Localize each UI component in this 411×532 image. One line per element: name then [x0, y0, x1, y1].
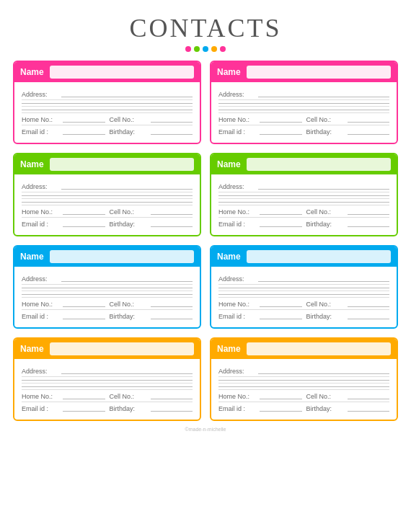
- name-input-bar[interactable]: [50, 250, 194, 263]
- address-row-3: [218, 291, 389, 298]
- card-header: Name: [14, 247, 200, 267]
- birthday-label: Birthday:: [110, 313, 149, 320]
- contact-card: Name Address: Home No.:: [210, 153, 398, 236]
- name-label: Name: [20, 344, 44, 354]
- address-row-2: [218, 377, 389, 384]
- address-label: Address:: [22, 275, 61, 283]
- address-row-3: [22, 199, 193, 205]
- address-row-1: Address:: [22, 272, 193, 285]
- name-input-bar[interactable]: [50, 342, 194, 355]
- email-birthday-row: Email id : Birthday:: [218, 310, 389, 322]
- phone-row: Home No.: Cell No.:: [218, 298, 389, 310]
- home-label: Home No.:: [218, 301, 258, 308]
- name-label: Name: [20, 252, 44, 262]
- card-header: Name: [211, 339, 397, 359]
- home-label: Home No.:: [218, 116, 258, 123]
- name-input-bar[interactable]: [247, 342, 391, 355]
- email-label: Email id :: [218, 128, 258, 136]
- email-birthday-row: Email id : Birthday:: [22, 125, 193, 137]
- address-row-1: Address:: [218, 180, 389, 192]
- card-body: Address: Home No.: Cell No.:: [14, 82, 200, 143]
- color-dot: [194, 46, 200, 52]
- home-label: Home No.:: [22, 301, 61, 308]
- contact-card: Name Address: Home No.:: [210, 245, 398, 329]
- email-birthday-row: Email id : Birthday:: [22, 218, 193, 229]
- address-row-2: [22, 192, 193, 199]
- phone-row: Home No.: Cell No.:: [218, 205, 389, 218]
- color-dot: [185, 46, 191, 52]
- address-row-3: [218, 384, 389, 390]
- birthday-label: Birthday:: [306, 313, 346, 320]
- home-label: Home No.:: [22, 208, 61, 216]
- phone-row: Home No.: Cell No.:: [22, 113, 193, 125]
- address-row-3: [22, 384, 193, 390]
- card-body: Address: Home No.: Cell No.:: [211, 359, 397, 420]
- contact-card: Name Address: Home No.:: [210, 61, 398, 144]
- phone-row: Home No.: Cell No.:: [22, 205, 193, 218]
- address-row-1: Address:: [218, 365, 389, 377]
- card-body: Address: Home No.: Cell No.:: [211, 267, 397, 327]
- address-label: Address:: [218, 275, 258, 283]
- email-label: Email id :: [218, 405, 258, 412]
- page-title: Contacts: [129, 13, 281, 43]
- email-label: Email id :: [22, 128, 61, 136]
- cards-grid: Name Address: Home No.:: [13, 61, 398, 421]
- address-row-2: [22, 285, 193, 291]
- address-row-1: Address:: [22, 180, 193, 192]
- birthday-label: Birthday:: [306, 128, 346, 136]
- color-dot: [220, 46, 226, 52]
- address-label: Address:: [218, 91, 258, 98]
- address-row-2: [22, 100, 193, 107]
- address-row-3: [22, 291, 193, 298]
- contact-card: Name Address: Home No.:: [210, 337, 398, 421]
- address-row-3: [22, 107, 193, 113]
- card-header: Name: [14, 339, 200, 359]
- email-birthday-row: Email id : Birthday:: [218, 402, 389, 414]
- address-row-2: [218, 285, 389, 291]
- name-input-bar[interactable]: [50, 158, 194, 171]
- name-input-bar[interactable]: [50, 66, 194, 79]
- email-birthday-row: Email id : Birthday:: [218, 125, 389, 137]
- address-row-2: [218, 192, 389, 199]
- card-body: Address: Home No.: Cell No.:: [14, 174, 200, 235]
- cell-label: Cell No.:: [110, 393, 149, 400]
- name-input-bar[interactable]: [247, 158, 391, 171]
- name-label: Name: [217, 159, 241, 169]
- contact-card: Name Address: Home No.:: [13, 245, 201, 329]
- email-birthday-row: Email id : Birthday:: [22, 402, 193, 414]
- card-body: Address: Home No.: Cell No.:: [211, 174, 397, 235]
- email-label: Email id :: [22, 405, 61, 412]
- birthday-label: Birthday:: [306, 405, 346, 412]
- cell-label: Cell No.:: [110, 301, 149, 308]
- birthday-label: Birthday:: [110, 128, 149, 136]
- address-row-3: [218, 199, 389, 205]
- address-label: Address:: [218, 368, 258, 375]
- address-row-2: [218, 100, 389, 107]
- contact-card: Name Address: Home No.:: [13, 61, 201, 144]
- address-row-2: [22, 377, 193, 384]
- cell-label: Cell No.:: [110, 208, 149, 216]
- address-row-1: Address:: [22, 88, 193, 100]
- contact-card: Name Address: Home No.:: [13, 337, 201, 421]
- card-header: Name: [211, 62, 397, 82]
- name-input-bar[interactable]: [247, 66, 391, 79]
- address-row-1: Address:: [218, 272, 389, 285]
- email-label: Email id :: [218, 221, 258, 228]
- phone-row: Home No.: Cell No.:: [22, 390, 193, 402]
- address-row-3: [218, 107, 389, 113]
- home-label: Home No.:: [218, 393, 258, 400]
- card-header: Name: [14, 62, 200, 82]
- cell-label: Cell No.:: [306, 301, 346, 308]
- card-body: Address: Home No.: Cell No.:: [14, 267, 200, 327]
- name-label: Name: [217, 252, 241, 262]
- cell-label: Cell No.:: [306, 393, 346, 400]
- email-birthday-row: Email id : Birthday:: [22, 310, 193, 322]
- name-label: Name: [20, 67, 44, 77]
- cell-label: Cell No.:: [110, 116, 149, 123]
- birthday-label: Birthday:: [110, 221, 149, 228]
- name-label: Name: [20, 159, 44, 169]
- address-label: Address:: [22, 183, 61, 190]
- phone-row: Home No.: Cell No.:: [218, 390, 389, 402]
- name-input-bar[interactable]: [247, 250, 391, 263]
- cell-label: Cell No.:: [306, 116, 346, 123]
